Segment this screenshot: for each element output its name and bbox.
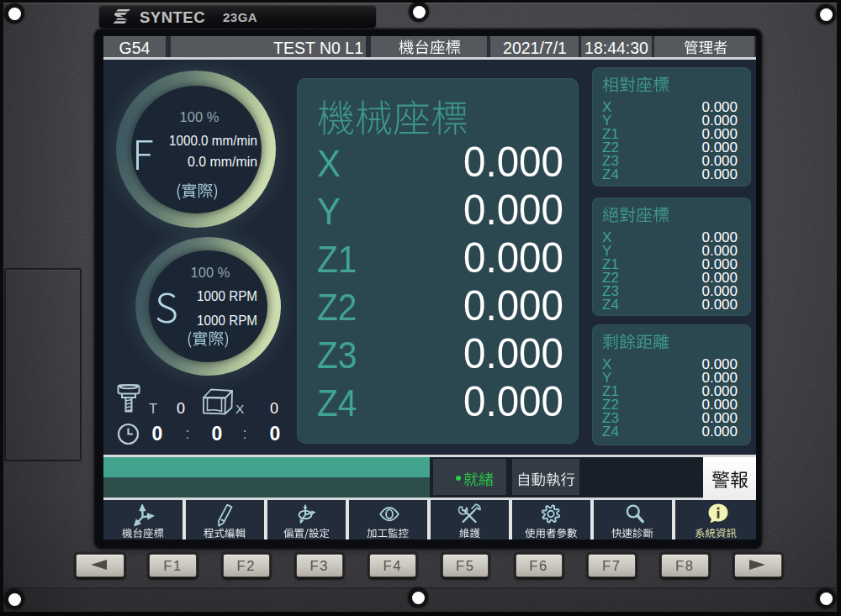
svg-text:23GA: 23GA	[223, 10, 257, 24]
svg-text:0.000: 0.000	[463, 234, 563, 282]
svg-text:0.000: 0.000	[463, 187, 563, 234]
svg-text:0.000: 0.000	[463, 330, 563, 377]
svg-text:0: 0	[176, 400, 184, 417]
svg-text:1000 RPM: 1000 RPM	[197, 288, 257, 303]
svg-text:0.000: 0.000	[701, 166, 738, 182]
svg-text:Y: Y	[317, 190, 341, 233]
svg-text:Z4: Z4	[602, 424, 619, 440]
svg-text:Z4: Z4	[602, 166, 619, 182]
svg-text:Z4: Z4	[602, 297, 619, 313]
svg-text:G54: G54	[119, 39, 150, 57]
svg-text:0: 0	[151, 423, 162, 445]
svg-text:X: X	[317, 142, 341, 185]
svg-text:Z2: Z2	[317, 286, 357, 329]
svg-text:0.000: 0.000	[701, 297, 738, 313]
svg-text:X: X	[235, 402, 245, 416]
svg-text:0.000: 0.000	[463, 139, 563, 186]
svg-text::: :	[242, 425, 246, 442]
svg-text:1000 RPM: 1000 RPM	[197, 313, 257, 328]
svg-text:0.0 mm/min: 0.0 mm/min	[188, 154, 257, 169]
svg-text:Z3: Z3	[317, 334, 357, 376]
svg-text:0.000: 0.000	[463, 282, 563, 329]
svg-text:18:44:30: 18:44:30	[584, 39, 648, 57]
svg-text:0.000: 0.000	[463, 378, 563, 425]
svg-text:TEST N0 L1: TEST N0 L1	[273, 39, 363, 57]
svg-text:2021/7/1: 2021/7/1	[503, 39, 567, 57]
svg-text:0: 0	[212, 423, 223, 445]
svg-text:0: 0	[270, 423, 281, 445]
svg-text:100 %: 100 %	[180, 109, 220, 124]
svg-text:0: 0	[270, 400, 278, 417]
svg-text:Z4: Z4	[317, 382, 357, 424]
svg-text::: :	[185, 425, 189, 442]
svg-text:0.000: 0.000	[701, 424, 738, 440]
svg-text:1000.0 mm/min: 1000.0 mm/min	[169, 133, 257, 148]
svg-text:Z1: Z1	[317, 238, 357, 281]
svg-text:T: T	[149, 401, 157, 416]
svg-text:100 %: 100 %	[191, 265, 230, 280]
svg-text:SYNTEC: SYNTEC	[140, 8, 205, 26]
